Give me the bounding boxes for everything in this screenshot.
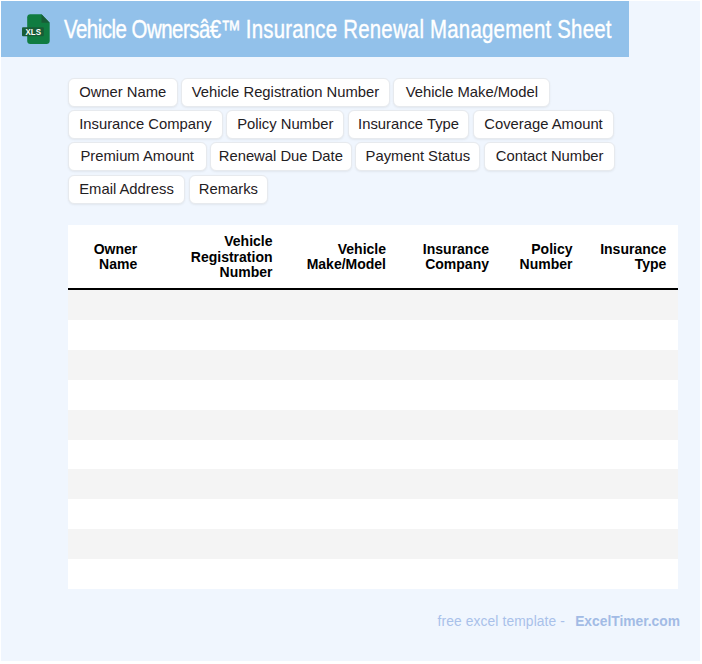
- svg-text:XLS: XLS: [26, 28, 42, 37]
